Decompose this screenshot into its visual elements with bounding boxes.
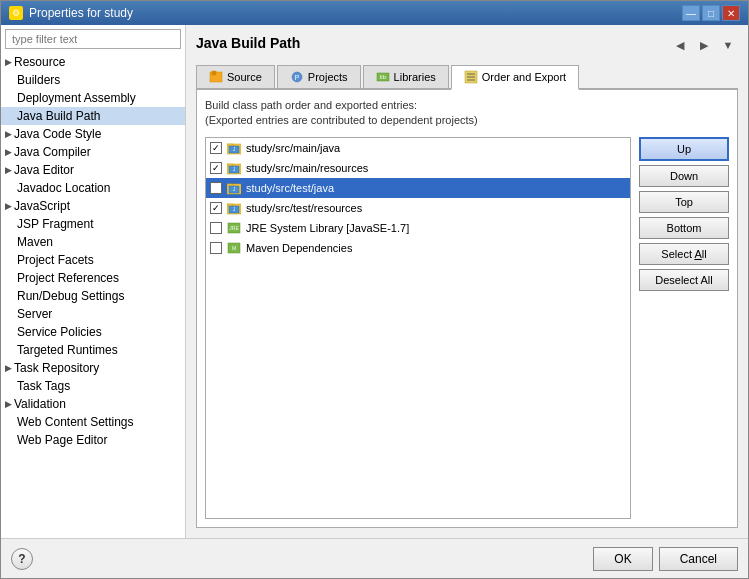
back-btn[interactable]: ◀: [670, 36, 690, 54]
sidebar-item-project-facets[interactable]: Project Facets: [1, 251, 185, 269]
entry-item[interactable]: ✓ J study/src/main/resources: [206, 158, 630, 178]
top-button[interactable]: Top: [639, 191, 729, 213]
maven-deps-icon: M: [226, 240, 242, 256]
help-button[interactable]: ?: [11, 548, 33, 570]
ok-button[interactable]: OK: [593, 547, 652, 571]
entry-item[interactable]: JRE JRE System Library [JavaSE-1.7]: [206, 218, 630, 238]
entry-item[interactable]: ✓ J study/src/main/java: [206, 138, 630, 158]
entries-list[interactable]: ✓ J study/src/main/java: [205, 137, 631, 519]
svg-text:JRE: JRE: [229, 225, 239, 231]
entry-item[interactable]: M Maven Dependencies: [206, 238, 630, 258]
tab-source[interactable]: Source: [196, 65, 275, 88]
entry-checkbox-6[interactable]: [210, 242, 222, 254]
window-icon: ⚙: [9, 6, 23, 20]
sidebar-item-service-policies[interactable]: Service Policies: [1, 323, 185, 341]
arrow-icon: ▶: [5, 201, 12, 211]
down-button[interactable]: Down: [639, 165, 729, 187]
sidebar-item-java-build-path[interactable]: Java Build Path: [1, 107, 185, 125]
tabs-container: Source P Projects lib Libraries: [196, 65, 738, 90]
sidebar-item-label: Builders: [17, 73, 60, 87]
filter-input[interactable]: [5, 29, 181, 49]
entry-item[interactable]: ✓ J study/src/test/java: [206, 178, 630, 198]
entry-label-4: study/src/test/resources: [246, 202, 626, 214]
sidebar-item-run-debug-settings[interactable]: Run/Debug Settings: [1, 287, 185, 305]
tab-source-label: Source: [227, 71, 262, 83]
properties-window: ⚙ Properties for study — □ ✕ ▶ Resource …: [0, 0, 749, 579]
maximize-btn[interactable]: □: [702, 5, 720, 21]
arrow-icon: ▶: [5, 399, 12, 409]
sidebar-item-label: Java Build Path: [17, 109, 100, 123]
sidebar-item-task-repository[interactable]: ▶ Task Repository: [1, 359, 185, 377]
sidebar-item-label: Javadoc Location: [17, 181, 110, 195]
sidebar-item-javascript[interactable]: ▶ JavaScript: [1, 197, 185, 215]
bottom-button[interactable]: Bottom: [639, 217, 729, 239]
projects-tab-icon: P: [290, 70, 304, 84]
sidebar-item-javadoc-location[interactable]: Javadoc Location: [1, 179, 185, 197]
sidebar-item-web-page-editor[interactable]: Web Page Editor: [1, 431, 185, 449]
sidebar-item-server[interactable]: Server: [1, 305, 185, 323]
arrow-icon: ▶: [5, 165, 12, 175]
sidebar-item-deployment-assembly[interactable]: Deployment Assembly: [1, 89, 185, 107]
window-title: Properties for study: [29, 6, 133, 20]
tab-order-export[interactable]: Order and Export: [451, 65, 579, 90]
sidebar-item-label: Deployment Assembly: [17, 91, 136, 105]
libraries-tab-icon: lib: [376, 70, 390, 84]
tab-projects-label: Projects: [308, 71, 348, 83]
entry-checkbox-1[interactable]: ✓: [210, 142, 222, 154]
panel-body: ✓ J study/src/main/java: [205, 137, 729, 519]
select-all-button[interactable]: Select All: [639, 243, 729, 265]
sidebar-item-label: Validation: [14, 397, 66, 411]
entry-checkbox-4[interactable]: ✓: [210, 202, 222, 214]
library-icon: JRE: [226, 220, 242, 236]
action-buttons-panel: Up Down Top Bottom Select All Deselect A…: [639, 137, 729, 519]
order-export-panel: Build class path order and exported entr…: [196, 90, 738, 528]
sidebar-item-builders[interactable]: Builders: [1, 71, 185, 89]
dropdown-btn[interactable]: ▼: [718, 36, 738, 54]
entry-item[interactable]: ✓ J study/src/test/resources: [206, 198, 630, 218]
main-content: ▶ Resource Builders Deployment Assembly …: [1, 25, 748, 538]
sidebar-item-task-tags[interactable]: Task Tags: [1, 377, 185, 395]
sidebar-item-label: Maven: [17, 235, 53, 249]
entry-label-5: JRE System Library [JavaSE-1.7]: [246, 222, 626, 234]
tab-libraries[interactable]: lib Libraries: [363, 65, 449, 88]
arrow-icon: ▶: [5, 363, 12, 373]
tab-libraries-label: Libraries: [394, 71, 436, 83]
sidebar-item-validation[interactable]: ▶ Validation: [1, 395, 185, 413]
sidebar-item-java-code-style[interactable]: ▶ Java Code Style: [1, 125, 185, 143]
cancel-button[interactable]: Cancel: [659, 547, 738, 571]
nav-icons: ◀ ▶ ▼: [670, 36, 738, 54]
tab-order-export-label: Order and Export: [482, 71, 566, 83]
entry-checkbox-5[interactable]: [210, 222, 222, 234]
source-folder-icon: J: [226, 200, 242, 216]
forward-btn[interactable]: ▶: [694, 36, 714, 54]
sidebar-item-targeted-runtimes[interactable]: Targeted Runtimes: [1, 341, 185, 359]
sidebar-item-web-content-settings[interactable]: Web Content Settings: [1, 413, 185, 431]
source-folder-icon: J: [226, 160, 242, 176]
description-line1: Build class path order and exported entr…: [205, 98, 729, 113]
up-button[interactable]: Up: [639, 137, 729, 161]
sidebar-item-label: Task Tags: [17, 379, 70, 393]
sidebar-item-java-editor[interactable]: ▶ Java Editor: [1, 161, 185, 179]
sidebar-item-maven[interactable]: Maven: [1, 233, 185, 251]
sidebar-item-java-compiler[interactable]: ▶ Java Compiler: [1, 143, 185, 161]
svg-text:lib: lib: [380, 74, 387, 80]
sidebar-item-label: Project References: [17, 271, 119, 285]
sidebar-item-label: Resource: [14, 55, 65, 69]
sidebar-item-label: Java Compiler: [14, 145, 91, 159]
close-btn[interactable]: ✕: [722, 5, 740, 21]
title-buttons: — □ ✕: [682, 5, 740, 21]
arrow-icon: ▶: [5, 129, 12, 139]
sidebar-item-project-references[interactable]: Project References: [1, 269, 185, 287]
deselect-all-button[interactable]: Deselect All: [639, 269, 729, 291]
entry-label-2: study/src/main/resources: [246, 162, 626, 174]
sidebar-item-jsp-fragment[interactable]: JSP Fragment: [1, 215, 185, 233]
sidebar-item-resource[interactable]: ▶ Resource: [1, 53, 185, 71]
sidebar-item-label: Java Code Style: [14, 127, 101, 141]
sidebar-item-label: Web Content Settings: [17, 415, 134, 429]
tab-projects[interactable]: P Projects: [277, 65, 361, 88]
minimize-btn[interactable]: —: [682, 5, 700, 21]
order-tab-icon: [464, 70, 478, 84]
sidebar-item-label: JSP Fragment: [17, 217, 93, 231]
entry-checkbox-3[interactable]: ✓: [210, 182, 222, 194]
entry-checkbox-2[interactable]: ✓: [210, 162, 222, 174]
